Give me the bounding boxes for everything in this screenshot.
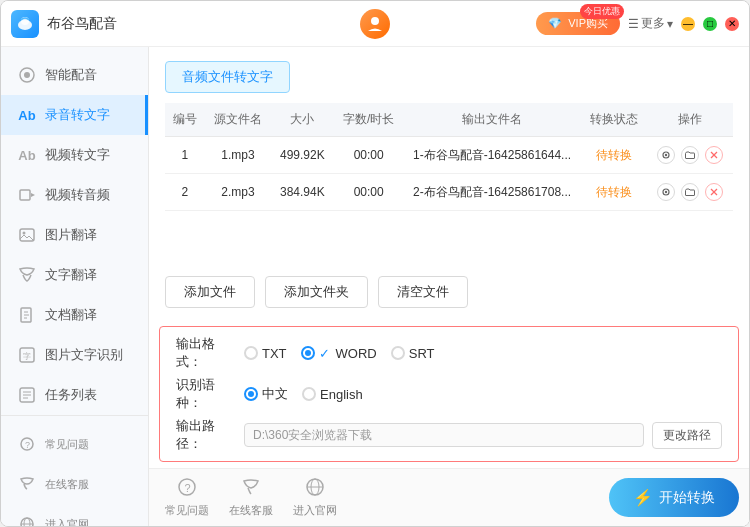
lang-chinese[interactable]: 中文 <box>244 385 288 403</box>
svg-text:字: 字 <box>23 352 31 361</box>
txt-radio[interactable] <box>244 346 258 360</box>
svg-rect-5 <box>20 190 30 200</box>
sidebar-label-enter-forum: 进入官网 <box>45 517 89 527</box>
titlebar: 布谷鸟配音 今日优惠 💎 VIP购买 ☰ 更多 ▾ — □ ✕ <box>1 1 749 47</box>
cell-size: 384.94K <box>271 174 334 211</box>
maximize-button[interactable]: □ <box>703 17 717 31</box>
image-ocr-icon: 字 <box>17 345 37 365</box>
format-radio-group: TXT ✓ WORD SRT <box>244 346 435 361</box>
change-path-button[interactable]: 更改路径 <box>652 422 722 449</box>
clear-files-button[interactable]: 清空文件 <box>378 276 468 308</box>
bottom-bar: ? 常见问题 在线客服 进入官网 <box>149 468 749 526</box>
sidebar-item-image-ocr[interactable]: 字 图片文字识别 <box>1 335 148 375</box>
bottom-faq-icon: ? <box>177 477 197 501</box>
bottom-online-help[interactable]: 在线客服 <box>229 477 273 518</box>
sidebar-item-video-to-audio[interactable]: 视频转音频 <box>1 175 148 215</box>
faq-icon: ? <box>17 434 37 454</box>
sidebar-label-image-translate: 图片翻译 <box>45 226 97 244</box>
table-row: 1 1.mp3 499.92K 00:00 1-布谷鸟配音-1642586164… <box>165 137 733 174</box>
english-radio[interactable] <box>302 387 316 401</box>
bottom-online-label: 在线客服 <box>229 503 273 518</box>
format-txt[interactable]: TXT <box>244 346 287 361</box>
format-word[interactable]: ✓ WORD <box>301 346 377 361</box>
sidebar-item-audio-to-text[interactable]: Ab 录音转文字 <box>1 95 148 135</box>
col-duration: 字数/时长 <box>334 103 404 137</box>
col-actions: 操作 <box>647 103 733 137</box>
cell-source: 1.mp3 <box>205 137 271 174</box>
menu-icon: ☰ <box>628 17 639 31</box>
sidebar-label-task-list: 任务列表 <box>45 386 97 404</box>
more-menu-button[interactable]: ☰ 更多 ▾ <box>628 15 673 32</box>
sidebar-item-task-list[interactable]: 任务列表 <box>1 375 148 415</box>
folder-icon[interactable] <box>681 146 699 164</box>
add-folder-button[interactable]: 添加文件夹 <box>265 276 368 308</box>
cell-actions <box>647 174 733 211</box>
bottom-faq-label: 常见问题 <box>165 503 209 518</box>
cell-id: 2 <box>165 174 205 211</box>
video-to-text-icon: Ab <box>17 145 37 165</box>
path-label: 输出路径： <box>176 417 236 453</box>
svg-point-21 <box>21 518 33 526</box>
sidebar-item-video-to-text[interactable]: Ab 视频转文字 <box>1 135 148 175</box>
sidebar-item-faq[interactable]: ? 常见问题 <box>1 424 148 464</box>
file-action-buttons: 添加文件 添加文件夹 清空文件 <box>149 264 749 320</box>
sidebar-label-online-help: 在线客服 <box>45 477 89 492</box>
options-panel: 输出格式： TXT ✓ WORD SRT <box>159 326 739 462</box>
preview-icon[interactable] <box>657 146 675 164</box>
sidebar: 智能配音 Ab 录音转文字 Ab 视频转文字 视频转音频 图片翻译 <box>1 47 149 526</box>
vip-button[interactable]: 今日优惠 💎 VIP购买 <box>536 12 620 35</box>
path-input[interactable] <box>244 423 644 447</box>
sidebar-item-image-translate[interactable]: 图片翻译 <box>1 215 148 255</box>
task-list-icon <box>17 385 37 405</box>
sidebar-item-text-translate[interactable]: 文字翻译 <box>1 255 148 295</box>
user-avatar[interactable] <box>360 9 390 39</box>
svg-point-8 <box>23 232 26 235</box>
format-srt[interactable]: SRT <box>391 346 435 361</box>
sidebar-label-faq: 常见问题 <box>45 437 89 452</box>
col-size: 大小 <box>271 103 334 137</box>
sidebar-label-smart-dubbing: 智能配音 <box>45 66 97 84</box>
cell-output: 2-布谷鸟配音-16425861708... <box>404 174 581 211</box>
cell-duration: 00:00 <box>334 137 404 174</box>
minimize-button[interactable]: — <box>681 17 695 31</box>
start-convert-button[interactable]: ⚡ 开始转换 <box>609 478 739 517</box>
delete-icon[interactable] <box>705 183 723 201</box>
cell-id: 1 <box>165 137 205 174</box>
cell-duration: 00:00 <box>334 174 404 211</box>
cell-output: 1-布谷鸟配音-16425861644... <box>404 137 581 174</box>
folder-icon[interactable] <box>681 183 699 201</box>
lang-english[interactable]: English <box>302 387 363 402</box>
audio-to-text-tab[interactable]: 音频文件转文字 <box>165 61 290 93</box>
chinese-radio[interactable] <box>244 387 258 401</box>
sidebar-item-doc-translate[interactable]: 文档翻译 <box>1 295 148 335</box>
main-window: 布谷鸟配音 今日优惠 💎 VIP购买 ☰ 更多 ▾ — □ ✕ <box>0 0 750 527</box>
svg-text:?: ? <box>185 482 191 494</box>
sidebar-item-smart-dubbing[interactable]: 智能配音 <box>1 55 148 95</box>
sidebar-item-online-help[interactable]: 在线客服 <box>1 464 148 504</box>
path-row: 输出路径： 更改路径 <box>176 417 722 453</box>
audio-to-text-icon: Ab <box>17 105 37 125</box>
cell-status: 待转换 <box>580 137 646 174</box>
format-label: 输出格式： <box>176 335 236 371</box>
bottom-forum-label: 进入官网 <box>293 503 337 518</box>
format-row: 输出格式： TXT ✓ WORD SRT <box>176 335 722 371</box>
vip-icon: 💎 <box>548 17 562 29</box>
bottom-enter-forum[interactable]: 进入官网 <box>293 477 337 518</box>
titlebar-center <box>360 9 390 39</box>
srt-radio[interactable] <box>391 346 405 360</box>
image-translate-icon <box>17 225 37 245</box>
bottom-faq[interactable]: ? 常见问题 <box>165 477 209 518</box>
add-file-button[interactable]: 添加文件 <box>165 276 255 308</box>
cell-status: 待转换 <box>580 174 646 211</box>
col-output: 输出文件名 <box>404 103 581 137</box>
sidebar-label-doc-translate: 文档翻译 <box>45 306 97 324</box>
word-radio[interactable] <box>301 346 315 360</box>
file-table: 编号 源文件名 大小 字数/时长 输出文件名 转换状态 操作 1 1.mp3 4… <box>165 103 733 211</box>
preview-icon[interactable] <box>657 183 675 201</box>
table-row: 2 2.mp3 384.94K 00:00 2-布谷鸟配音-1642586170… <box>165 174 733 211</box>
svg-point-25 <box>665 154 667 156</box>
delete-icon[interactable] <box>705 146 723 164</box>
word-check-icon: ✓ <box>319 346 330 361</box>
close-button[interactable]: ✕ <box>725 17 739 31</box>
sidebar-item-enter-forum[interactable]: 进入官网 <box>1 504 148 526</box>
